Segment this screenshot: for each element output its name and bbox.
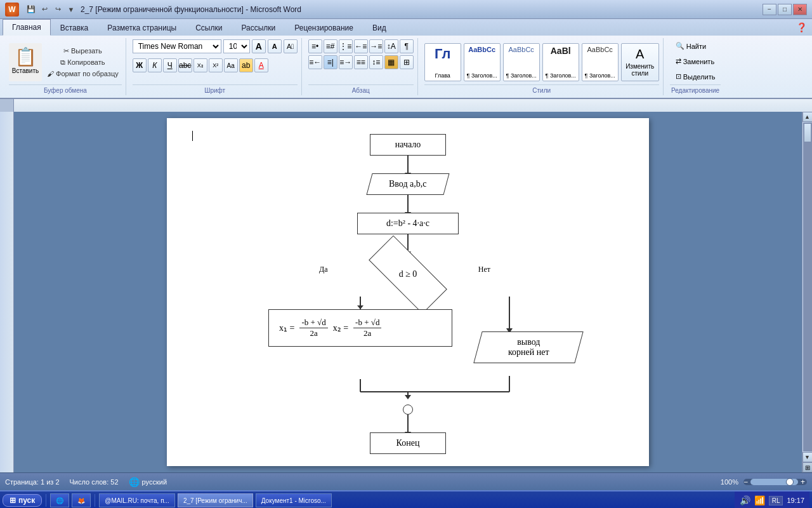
- font-group: Times New Roman 10 A A A⃝ Ж К Ч abc X₂ X…: [129, 38, 302, 95]
- find-button[interactable]: 🔍 Найти: [670, 39, 712, 53]
- scroll-up-button[interactable]: ▲: [802, 112, 813, 122]
- x1-numerator: -b + √d: [299, 318, 327, 328]
- decrease-indent-button[interactable]: ←≡: [354, 39, 368, 53]
- zoom-thumb[interactable]: [786, 478, 794, 486]
- increase-font-button[interactable]: A: [252, 39, 266, 53]
- office-logo-icon[interactable]: W: [5, 3, 19, 17]
- language-badge[interactable]: RL: [769, 496, 783, 505]
- word-file-taskbar-button[interactable]: 2_7 [Режим огранич...: [178, 493, 253, 507]
- redo-button[interactable]: ↪: [52, 4, 63, 15]
- tab-references[interactable]: Ссылки: [186, 19, 232, 36]
- change-styles-button[interactable]: A Изменить стили: [621, 43, 659, 81]
- style-h2-item[interactable]: AaBbCc ¶ Заголов...: [503, 43, 540, 81]
- branch-area: x₁ = -b + √d 2a x₂ = -b + √d 2a: [224, 297, 592, 404]
- copy-button[interactable]: ⧉ Копировать: [44, 57, 122, 68]
- multilevel-list-button[interactable]: ⋮≡: [339, 39, 353, 53]
- italic-button[interactable]: К: [148, 58, 162, 72]
- style-h1-label: ¶ Заголов...: [467, 72, 497, 79]
- superscript-button[interactable]: X²: [209, 58, 223, 72]
- zoom-expand-button[interactable]: ⊞: [802, 462, 813, 472]
- editing-group-label: Редактирование: [670, 84, 721, 94]
- firefox-button[interactable]: 🦊: [72, 493, 91, 507]
- font-family-select[interactable]: Times New Roman: [133, 39, 221, 53]
- start-rect: начало: [370, 134, 446, 156]
- ie-browser-button[interactable]: 🌐: [50, 493, 69, 507]
- tab-review[interactable]: Рецензирование: [285, 19, 363, 36]
- increase-indent-button[interactable]: →≡: [369, 39, 383, 53]
- ribbon-help-button[interactable]: ❓: [796, 22, 807, 33]
- font-color-button[interactable]: A: [254, 58, 268, 72]
- cut-button[interactable]: ✂ Вырезать: [44, 46, 122, 57]
- numbering-button[interactable]: ≡#: [324, 39, 337, 53]
- ribbon: Главная Вставка Разметка страницы Ссылки…: [0, 19, 812, 99]
- yes-label: Да: [319, 265, 328, 274]
- text-case-button[interactable]: Aa: [224, 58, 238, 72]
- align-left-button[interactable]: ≡←: [308, 55, 322, 69]
- format-painter-button[interactable]: 🖌 Формат по образцу: [44, 69, 122, 79]
- style-h1-item[interactable]: AaBbCc ¶ Заголов...: [464, 43, 501, 81]
- word-doc-taskbar-button[interactable]: Документ1 - Microso...: [256, 493, 332, 507]
- tab-view[interactable]: Вид: [363, 19, 396, 36]
- tab-page-layout[interactable]: Разметка страницы: [98, 19, 186, 36]
- maximize-button[interactable]: □: [778, 4, 792, 15]
- zoom-percent: 100%: [721, 478, 738, 486]
- language-icon: 🌐: [129, 477, 140, 487]
- save-button[interactable]: 💾: [25, 4, 37, 15]
- zoom-out-button[interactable]: −: [743, 478, 748, 486]
- show-formatting-button[interactable]: ¶: [400, 39, 414, 53]
- decrease-font-button[interactable]: A: [268, 39, 282, 53]
- highlight-button[interactable]: ab: [239, 58, 253, 72]
- formula-rect: x₁ = -b + √d 2a x₂ = -b + √d 2a: [268, 309, 452, 347]
- arrow-2: [407, 195, 409, 213]
- borders-button[interactable]: ⊞: [400, 55, 414, 69]
- line-spacing-button[interactable]: ↕≡: [369, 55, 383, 69]
- tab-home[interactable]: Главная: [3, 19, 51, 36]
- undo-button[interactable]: ↩: [39, 4, 50, 15]
- input-parallelogram: Ввод a,b,c: [367, 173, 450, 195]
- bullets-button[interactable]: ≡•: [308, 39, 322, 53]
- connector-row: [403, 404, 413, 415]
- close-button[interactable]: ✕: [793, 4, 807, 15]
- clear-format-button[interactable]: A⃝: [284, 39, 298, 53]
- bold-button[interactable]: Ж: [133, 58, 147, 72]
- language-status: русский: [142, 478, 167, 486]
- customize-qa-button[interactable]: ▼: [65, 4, 77, 15]
- start-button[interactable]: ⊞ пуск: [3, 494, 42, 507]
- x1-label: x₁ =: [279, 323, 294, 333]
- paste-button[interactable]: 📋 Вставить: [9, 43, 42, 81]
- style-h1-preview: AaBbCc: [468, 46, 495, 53]
- font-size-select[interactable]: 10: [223, 39, 250, 53]
- mail-ru-taskbar-button[interactable]: @MAIL.RU: почта, п...: [99, 493, 175, 507]
- sort-button[interactable]: ↕A: [384, 39, 398, 53]
- replace-button[interactable]: ⇄ Заменить: [670, 55, 720, 68]
- volume-icon[interactable]: 🔊: [740, 495, 750, 505]
- style-h3-item[interactable]: AaBl ¶ Заголов...: [542, 43, 579, 81]
- network-icon[interactable]: 📶: [754, 495, 765, 505]
- document-area[interactable]: начало Ввод a,b,c: [14, 112, 802, 472]
- formula-box-wrapper: x₁ = -b + √d 2a x₂ = -b + √d 2a: [268, 309, 452, 347]
- subscript-button[interactable]: X₂: [193, 58, 207, 72]
- font-format-row: Ж К Ч abc X₂ X² Aa ab A: [133, 58, 268, 72]
- align-center-button[interactable]: ≡|: [324, 55, 337, 69]
- x1-fraction: -b + √d 2a: [299, 318, 327, 338]
- underline-button[interactable]: Ч: [163, 58, 177, 72]
- style-h2-preview: AaBbCc: [509, 46, 534, 53]
- select-button[interactable]: ⊡ Выделить: [670, 70, 721, 83]
- style-heading-item[interactable]: Гл Глава: [424, 43, 461, 81]
- tab-mailings[interactable]: Рассылки: [232, 19, 285, 36]
- no-roots-shape: вывод корней нет: [473, 331, 583, 363]
- zoom-in-button[interactable]: +: [801, 478, 805, 486]
- style-h4-item[interactable]: AaBbCc ¶ Заголов...: [582, 43, 619, 81]
- vertical-scrollbar[interactable]: ▲ ▼ ⊞: [802, 112, 812, 472]
- minimize-button[interactable]: −: [763, 4, 776, 15]
- shading-button[interactable]: ▦: [384, 55, 398, 69]
- clipboard-group: 📋 Вставить ✂ Вырезать ⧉ Копировать 🖌 Фор…: [5, 38, 126, 95]
- strikethrough-button[interactable]: abc: [178, 58, 192, 72]
- scroll-thumb[interactable]: [804, 123, 811, 142]
- align-right-button[interactable]: ≡→: [339, 55, 353, 69]
- tab-insert[interactable]: Вставка: [51, 19, 98, 36]
- horizontal-ruler: // Generate ticks via JS after render: [14, 99, 812, 112]
- zoom-bar[interactable]: − +: [743, 479, 807, 485]
- justify-button[interactable]: ≡≡: [354, 55, 368, 69]
- scroll-down-button[interactable]: ▼: [802, 452, 813, 462]
